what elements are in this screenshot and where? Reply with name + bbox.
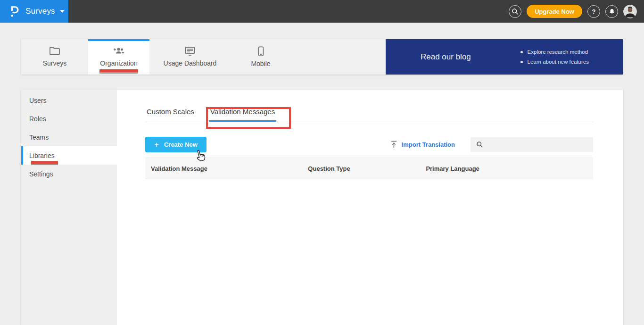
sidebar-item-users[interactable]: Users	[21, 91, 117, 109]
sidebar-item-label: Settings	[29, 170, 53, 178]
search-input[interactable]	[487, 141, 593, 148]
library-tabs: Custom Scales Validation Messages	[145, 108, 593, 122]
annotation-underline	[31, 161, 58, 164]
organization-sidebar: Users Roles Teams Libraries Settings	[21, 90, 117, 325]
sidebar-item-teams[interactable]: Teams	[21, 128, 117, 146]
avatar[interactable]	[623, 5, 637, 18]
search-icon	[512, 8, 519, 15]
module-tab-label: Mobile	[251, 60, 270, 67]
search-icon	[476, 141, 483, 148]
sidebar-item-label: Users	[29, 97, 47, 104]
product-name: Surveys	[25, 7, 55, 16]
blog-bullet-item: Explore research method	[520, 47, 589, 57]
sidebar-item-label: Teams	[29, 133, 49, 141]
upgrade-now-button[interactable]: Upgrade Now	[527, 5, 582, 18]
module-tab-usage-dashboard[interactable]: Usage Dashboard	[149, 39, 231, 75]
folder-icon	[49, 46, 60, 56]
help-button[interactable]: ?	[587, 5, 600, 18]
column-header-validation-message: Validation Message	[151, 165, 308, 172]
blog-bullet-item: Learn about new features	[520, 57, 589, 67]
module-nav-card: Surveys Organization	[21, 39, 623, 75]
topbar: Surveys Upgrade Now ?	[0, 0, 644, 23]
notifications-button[interactable]	[605, 5, 618, 18]
module-tab-mobile[interactable]: Mobile	[231, 39, 291, 75]
column-header-question-type: Question Type	[308, 165, 426, 172]
product-switcher[interactable]: Surveys	[0, 0, 68, 23]
create-new-button[interactable]: + Create New	[145, 137, 206, 152]
module-tab-surveys[interactable]: Surveys	[21, 39, 88, 75]
main-panel: Users Roles Teams Libraries Settings Cus…	[21, 90, 623, 325]
bell-icon	[609, 8, 615, 15]
search-box[interactable]	[471, 137, 593, 152]
blog-banner-title: Read our blog	[421, 52, 471, 62]
question-mark-icon: ?	[592, 8, 596, 15]
add-people-icon	[113, 46, 125, 56]
table-header-row: Validation Message Question Type Primary…	[145, 158, 593, 179]
chevron-down-icon	[60, 10, 65, 13]
module-tab-label: Usage Dashboard	[164, 59, 217, 67]
module-tab-label: Surveys	[43, 59, 67, 67]
sidebar-item-label: Libraries	[29, 152, 55, 159]
mobile-icon	[257, 46, 264, 57]
tab-validation-messages[interactable]: Validation Messages	[209, 108, 276, 122]
sidebar-item-settings[interactable]: Settings	[21, 165, 117, 183]
sidebar-item-label: Roles	[29, 115, 46, 123]
blog-bullet-list: Explore research method Learn about new …	[520, 47, 589, 67]
toolbar-right: Import Translation	[390, 137, 593, 152]
questionpro-logo-icon	[9, 5, 20, 18]
column-header-primary-language: Primary Language	[426, 165, 587, 172]
import-translation-label: Import Translation	[402, 141, 455, 148]
upload-icon	[390, 141, 397, 149]
module-tab-label: Organization	[100, 59, 137, 67]
read-our-blog-banner[interactable]: Read our blog Explore research method Le…	[386, 39, 623, 75]
annotation-underline	[99, 69, 138, 72]
toolbar: + Create New Import Translation	[145, 137, 593, 152]
tab-custom-scales[interactable]: Custom Scales	[145, 108, 196, 122]
topbar-actions: Upgrade Now ?	[509, 5, 644, 18]
dashboard-icon	[184, 46, 196, 56]
module-tab-organization[interactable]: Organization	[88, 39, 149, 75]
sidebar-item-libraries[interactable]: Libraries	[21, 146, 117, 165]
plus-icon: +	[154, 141, 159, 149]
import-translation-link[interactable]: Import Translation	[390, 141, 455, 149]
search-button[interactable]	[509, 5, 521, 18]
sidebar-item-roles[interactable]: Roles	[21, 109, 117, 128]
libraries-content: Custom Scales Validation Messages + Crea…	[117, 90, 623, 325]
create-new-label: Create New	[164, 141, 198, 148]
module-tabs: Surveys Organization	[21, 39, 291, 75]
